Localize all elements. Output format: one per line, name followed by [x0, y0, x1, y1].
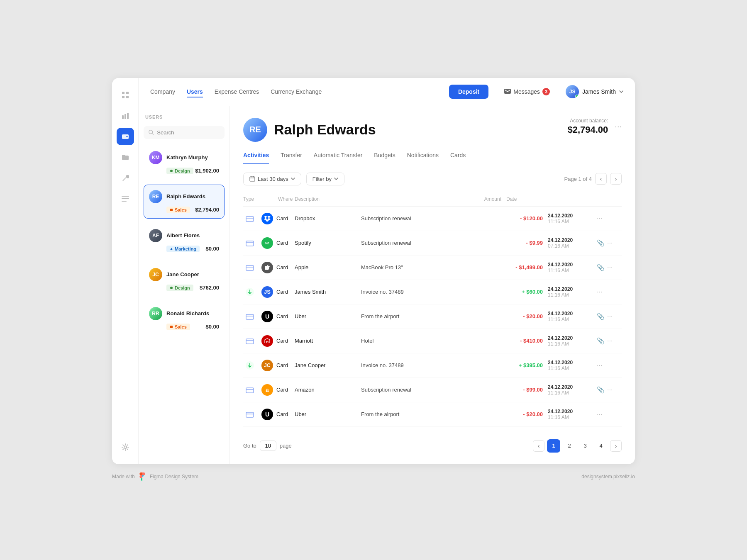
row-more-button[interactable]: ··· [597, 288, 602, 296]
next-page-arrow[interactable]: › [610, 173, 622, 185]
date-cell: 24.12.2020 11:16 AM [543, 213, 597, 224]
time-value: 11:16 AM [548, 317, 597, 322]
settings-icon[interactable] [117, 438, 134, 456]
time-value: 11:16 AM [548, 268, 597, 273]
tab-activities[interactable]: Activities [243, 152, 269, 164]
sidebar-user-kathryn[interactable]: KM Kathryn Murphy Design $1,902.00 [144, 146, 225, 180]
page-3[interactable]: 3 [579, 439, 592, 453]
balance-label: Account balance: [567, 118, 608, 124]
page-1[interactable]: 1 [547, 439, 560, 453]
user-menu[interactable]: JS James Smith [566, 85, 623, 98]
type-icon [243, 359, 256, 372]
nav-users[interactable]: Users [187, 87, 203, 97]
row-more-button[interactable]: ··· [607, 313, 613, 320]
col-description: Description [295, 196, 361, 202]
goto-input[interactable] [260, 441, 276, 451]
sidebar-user-jane[interactable]: JC Jane Cooper Design $762.00 [144, 263, 225, 297]
folder-icon[interactable] [117, 149, 134, 166]
tab-notifications[interactable]: Notifications [407, 152, 439, 164]
svg-rect-30 [246, 412, 254, 417]
description-cell: Invoice no. 37489 [361, 289, 501, 295]
where-cell: a Card [261, 384, 295, 396]
row-actions: 📎 ··· [597, 313, 622, 320]
tools-icon[interactable] [117, 169, 134, 187]
row-more-button[interactable]: ··· [607, 337, 613, 345]
filter-by-button[interactable]: Filter by [306, 173, 344, 185]
prev-page-arrow[interactable]: ‹ [595, 173, 607, 185]
row-more-button[interactable]: ··· [607, 386, 613, 394]
tab-budgets[interactable]: Budgets [374, 152, 395, 164]
chart-icon[interactable] [117, 107, 134, 124]
table-row: JS Card James Smith Invoice no. 37489 + … [243, 280, 622, 304]
where-name: Card [276, 411, 288, 417]
sidebar-user-ralph[interactable]: RE Ralph Edwards Sales $2,794.00 [144, 185, 225, 219]
table-row: Card Apple MacBook Pro 13" - $1,499.00 2… [243, 256, 622, 280]
nav-company[interactable]: Company [150, 87, 175, 97]
amount-cell: + $395.00 [501, 362, 543, 368]
nav-expense-centres[interactable]: Expense Centres [215, 87, 259, 97]
merchant-name: Uber [295, 313, 306, 319]
time-value: 11:16 AM [548, 292, 597, 298]
page-2[interactable]: 2 [563, 439, 576, 453]
tab-transfer[interactable]: Transfer [281, 152, 302, 164]
pagination-next[interactable]: › [610, 440, 622, 452]
row-actions: ··· [597, 362, 622, 369]
where-cell: JC Card [261, 360, 295, 371]
type-icon [243, 408, 256, 421]
where-name: Card [276, 387, 288, 393]
description-cell: Subscription renewal [361, 240, 501, 246]
where-detail: Uber [295, 411, 361, 417]
user-header: RE Ralph Edwards Account balance: $2,794… [243, 118, 622, 142]
nav-currency-exchange[interactable]: Currency Exchange [271, 87, 322, 97]
svg-rect-10 [122, 196, 129, 197]
row-more-button[interactable]: ··· [607, 264, 613, 271]
search-input[interactable] [157, 129, 220, 136]
attachment-icon[interactable]: 📎 [597, 239, 605, 247]
avatar-jane: JC [149, 268, 162, 281]
search-wrap[interactable] [144, 126, 225, 139]
messages-button[interactable]: Messages 3 [500, 85, 554, 98]
more-button[interactable]: ··· [615, 122, 622, 131]
list-icon[interactable] [117, 190, 134, 207]
date-filter-button[interactable]: Last 30 days [243, 173, 301, 185]
col-amount: Amount [361, 196, 501, 202]
date-cell: 24.12.2020 07:16 AM [543, 237, 597, 249]
date-cell: 24.12.2020 11:16 AM [543, 262, 597, 273]
amount-cell: + $60.00 [501, 289, 543, 295]
table-row: a Card Amazon Subscription renewal - $99… [243, 378, 622, 402]
name-kathryn: Kathryn Murphy [166, 154, 208, 161]
deposit-button[interactable]: Deposit [449, 85, 488, 99]
page-4[interactable]: 4 [594, 439, 608, 453]
description-cell: Hotel [361, 338, 501, 344]
amount-cell: - $1,499.00 [501, 264, 543, 270]
attachment-icon[interactable]: 📎 [597, 337, 605, 345]
row-more-button[interactable]: ··· [597, 362, 602, 369]
amount-cell: - $20.00 [501, 411, 543, 417]
svg-rect-5 [124, 114, 126, 119]
grid-icon[interactable] [117, 86, 134, 104]
pagination-prev[interactable]: ‹ [533, 440, 544, 452]
row-more-button[interactable]: ··· [597, 215, 602, 222]
attachment-icon[interactable]: 📎 [597, 386, 605, 394]
date-value: 24.12.2020 [548, 286, 597, 292]
svg-rect-27 [246, 339, 254, 344]
row-more-button[interactable]: ··· [597, 411, 602, 418]
transactions-table: Card Dropbox Subscription renewal - $120… [243, 207, 622, 427]
svg-rect-29 [246, 388, 254, 393]
sidebar-user-albert[interactable]: AF Albert Flores Marketing $0.00 [144, 224, 225, 258]
col-where: Where [261, 196, 295, 202]
sidebar-user-ronald[interactable]: RR Ronald Richards Sales $0.00 [144, 302, 225, 336]
amount-cell: - $120.00 [501, 215, 543, 222]
attachment-icon[interactable]: 📎 [597, 264, 605, 271]
merchant-name: Apple [295, 264, 308, 270]
content-area: Company Users Expense Centres Currency E… [139, 78, 635, 464]
tab-cards[interactable]: Cards [450, 152, 466, 164]
attachment-icon[interactable]: 📎 [597, 313, 605, 320]
detail-tabs: Activities Transfer Automatic Transfer B… [243, 152, 622, 164]
date-cell: 24.12.2020 11:16 AM [543, 384, 597, 396]
pagination: Go to page ‹ 1 2 3 4 › [243, 434, 622, 453]
wallet-icon[interactable] [117, 128, 134, 145]
row-more-button[interactable]: ··· [607, 239, 613, 247]
where-name: Card [276, 362, 288, 368]
tab-automatic-transfer[interactable]: Automatic Transfer [314, 152, 363, 164]
